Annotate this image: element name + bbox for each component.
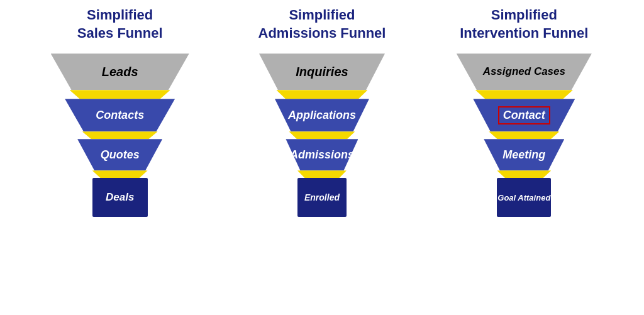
- int-connector-3: [497, 170, 551, 178]
- adm-level-4: Enrolled: [297, 178, 347, 217]
- adm-title-line2: Admissions Funnel: [258, 25, 386, 41]
- intervention-funnel-title: Simplified Intervention Funnel: [460, 6, 588, 42]
- int-label-contact: Contact: [498, 106, 550, 124]
- adm-connector-3: [297, 170, 347, 178]
- int-label-goal-attained: Goal Attained: [497, 193, 550, 202]
- sales-label-contacts: Contacts: [96, 109, 144, 122]
- intervention-funnel-section: Simplified Intervention Funnel Assigned …: [430, 6, 618, 217]
- adm-label-enrolled: Enrolled: [304, 192, 340, 202]
- adm-title-line1: Simplified: [289, 7, 355, 23]
- intervention-funnel-wrapper: Assigned Cases Contact Meeting Goal Atta…: [442, 53, 606, 217]
- sales-level-3: Quotes: [77, 139, 162, 170]
- sales-funnel-wrapper: Leads Contacts Quotes Deals: [38, 53, 202, 217]
- adm-connector-1: [276, 90, 367, 99]
- adm-level-3: Admissions: [286, 139, 358, 170]
- sales-connector-3: [92, 170, 148, 178]
- sales-label-leads: Leads: [102, 65, 138, 79]
- int-label-meeting: Meeting: [502, 148, 545, 162]
- sales-funnel-section: Simplified Sales Funnel Leads Contacts Q…: [26, 6, 214, 217]
- adm-label-admissions: Admissions: [290, 148, 354, 162]
- int-level-1: Assigned Cases: [457, 53, 592, 90]
- int-level-2: Contact: [473, 99, 575, 131]
- adm-level-2: Applications: [275, 99, 369, 131]
- sales-level-4: Deals: [92, 178, 148, 217]
- int-level-4: Goal Attained: [497, 178, 551, 217]
- sales-funnel-title: Simplified Sales Funnel: [77, 6, 163, 42]
- sales-title-line1: Simplified: [87, 7, 153, 23]
- int-connector-1: [475, 90, 573, 99]
- adm-level-1: Inquiries: [259, 53, 385, 90]
- sales-level-1: Leads: [51, 53, 189, 90]
- sales-level-2: Contacts: [65, 99, 175, 131]
- sales-title-line2: Sales Funnel: [77, 25, 163, 41]
- adm-connector-2: [289, 131, 355, 139]
- admissions-funnel-wrapper: Inquiries Applications Admissions Enroll…: [240, 53, 404, 217]
- int-level-3: Meeting: [484, 139, 564, 170]
- sales-label-deals: Deals: [106, 191, 134, 204]
- page-container: Simplified Sales Funnel Leads Contacts Q…: [0, 0, 644, 315]
- sales-connector-1: [70, 90, 170, 99]
- adm-label-inquiries: Inquiries: [296, 65, 348, 79]
- adm-label-applications: Applications: [288, 109, 356, 122]
- int-label-assigned-cases: Assigned Cases: [483, 65, 565, 78]
- admissions-funnel-title: Simplified Admissions Funnel: [258, 6, 386, 42]
- int-title-line1: Simplified: [491, 7, 557, 23]
- int-connector-2: [489, 131, 559, 139]
- admissions-funnel-section: Simplified Admissions Funnel Inquiries A…: [228, 6, 416, 217]
- sales-connector-2: [82, 131, 158, 139]
- int-title-line2: Intervention Funnel: [460, 25, 588, 41]
- sales-label-quotes: Quotes: [101, 148, 140, 162]
